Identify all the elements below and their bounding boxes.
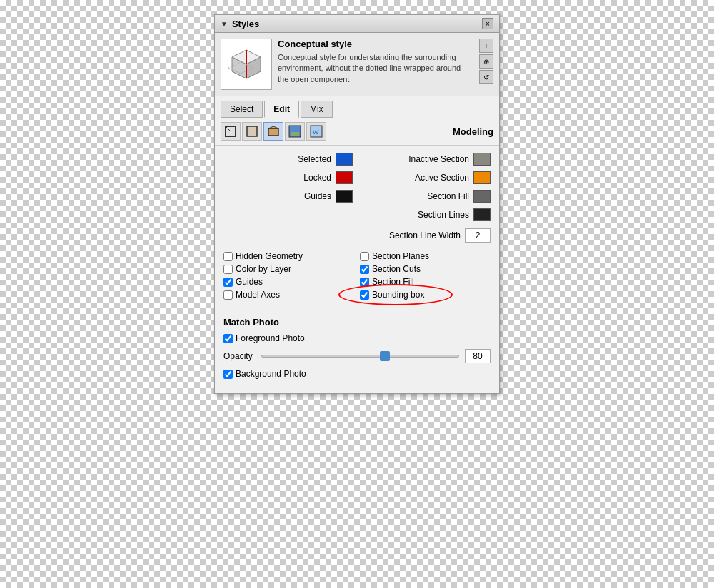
- checkboxes-grid: Hidden Geometry Section Planes Color by …: [223, 251, 491, 300]
- section-line-width-label: Section Line Width: [389, 230, 461, 240]
- toolbar-label: Modeling: [453, 126, 493, 137]
- toolbar-icon-modeling[interactable]: [263, 122, 283, 141]
- panel-title: Styles: [232, 19, 478, 29]
- foreground-photo-item: Foreground Photo: [223, 333, 491, 343]
- guides-checkbox[interactable]: [223, 278, 233, 287]
- close-button[interactable]: ×: [482, 18, 493, 29]
- style-description: Conceptual style for understanding the s…: [278, 52, 473, 85]
- section-fill-checkbox[interactable]: [360, 278, 369, 287]
- style-thumbnail[interactable]: [221, 39, 272, 90]
- tab-select[interactable]: Select: [221, 101, 263, 118]
- toolbar-icon-face[interactable]: [242, 122, 262, 141]
- color-rows-right: Inactive Section Active Section Section …: [361, 153, 491, 221]
- match-photo-section: Match Photo Foreground Photo Opacity 80 …: [215, 317, 499, 393]
- inactive-section-swatch[interactable]: [473, 153, 491, 166]
- foreground-photo-checkbox[interactable]: [223, 334, 233, 343]
- locked-swatch[interactable]: [336, 171, 353, 184]
- inactive-section-row: Inactive Section: [361, 153, 491, 166]
- section-planes-checkbox[interactable]: [360, 252, 369, 261]
- section-lines-label: Section Lines: [418, 210, 469, 220]
- section-cuts-checkbox[interactable]: [360, 265, 369, 274]
- guides-swatch[interactable]: [336, 190, 353, 203]
- section-planes-checkbox-item: Section Planes: [360, 251, 491, 261]
- active-section-row: Active Section: [361, 171, 491, 184]
- section-line-width-input[interactable]: [465, 228, 491, 243]
- opacity-label: Opacity: [223, 351, 256, 361]
- active-section-swatch[interactable]: [473, 171, 491, 184]
- svg-rect-8: [247, 126, 257, 136]
- inactive-section-label: Inactive Section: [408, 154, 469, 164]
- titlebar: ▼ Styles ×: [215, 15, 499, 33]
- color-rows: Selected Locked Guides Inactive Section: [223, 153, 491, 221]
- section-lines-row: Section Lines: [361, 208, 491, 221]
- locked-color-row: Locked: [223, 171, 353, 184]
- style-info: Conceptual style Conceptual style for un…: [278, 39, 473, 85]
- locked-label: Locked: [303, 173, 331, 183]
- color-by-layer-label: Color by Layer: [236, 264, 291, 274]
- model-axes-checkbox-item: Model Axes: [223, 290, 354, 300]
- toolbar-icon-background[interactable]: [285, 122, 305, 141]
- foreground-photo-label: Foreground Photo: [236, 333, 305, 343]
- section-fill-checkbox-label: Section Fill: [372, 277, 414, 287]
- hidden-geometry-checkbox[interactable]: [223, 252, 233, 261]
- toolbar-icons: W Modeling: [215, 118, 499, 146]
- active-section-label: Active Section: [415, 173, 469, 183]
- svg-text:W: W: [313, 128, 319, 136]
- guides-color-row: Guides: [223, 190, 353, 203]
- side-buttons: + ⊕ ↺: [479, 39, 493, 84]
- color-rows-left: Selected Locked Guides: [223, 153, 353, 221]
- collapse-arrow[interactable]: ▼: [221, 20, 228, 28]
- guides-checkbox-item: Guides: [223, 277, 354, 287]
- opacity-slider-thumb[interactable]: [380, 351, 390, 361]
- section-cuts-checkbox-item: Section Cuts: [360, 264, 491, 274]
- opacity-row: Opacity 80: [223, 349, 491, 363]
- background-photo-label: Background Photo: [236, 369, 306, 379]
- section-line-width-row: Section Line Width: [223, 228, 491, 243]
- section-lines-swatch[interactable]: [473, 208, 491, 221]
- settings-button[interactable]: ⊕: [479, 54, 493, 69]
- bounding-box-checkbox-item: Bounding box: [360, 290, 491, 300]
- tab-mix[interactable]: Mix: [301, 101, 333, 118]
- background-photo-checkbox[interactable]: [223, 370, 233, 379]
- section-fill-label: Section Fill: [427, 191, 469, 201]
- hidden-geometry-checkbox-item: Hidden Geometry: [223, 251, 354, 261]
- svg-rect-9: [268, 128, 278, 136]
- section-fill-swatch[interactable]: [473, 190, 491, 203]
- tab-edit[interactable]: Edit: [264, 101, 299, 118]
- style-thumbnail-svg: [225, 43, 268, 86]
- guides-checkbox-label: Guides: [236, 277, 263, 287]
- model-axes-label: Model Axes: [236, 290, 280, 300]
- section-planes-label: Section Planes: [372, 251, 429, 261]
- bounding-box-label: Bounding box: [372, 290, 424, 300]
- hidden-geometry-label: Hidden Geometry: [236, 251, 303, 261]
- opacity-slider-track[interactable]: [261, 355, 459, 358]
- section-cuts-label: Section Cuts: [372, 264, 421, 274]
- selected-swatch[interactable]: [336, 153, 353, 166]
- toolbar-icon-watermark[interactable]: W: [306, 122, 326, 141]
- background-photo-item: Background Photo: [223, 369, 491, 379]
- color-by-layer-checkbox[interactable]: [223, 265, 233, 274]
- section-fill-row: Section Fill: [361, 190, 491, 203]
- modeling-section: Selected Locked Guides Inactive Section: [215, 146, 499, 317]
- selected-label: Selected: [298, 154, 331, 164]
- guides-label: Guides: [304, 191, 331, 201]
- color-by-layer-checkbox-item: Color by Layer: [223, 264, 354, 274]
- model-axes-checkbox[interactable]: [223, 290, 233, 300]
- match-photo-heading: Match Photo: [223, 317, 491, 328]
- opacity-value[interactable]: 80: [465, 349, 491, 363]
- style-name: Conceptual style: [278, 39, 473, 49]
- tabs-row: Select Edit Mix: [215, 96, 499, 118]
- style-preview-area: Conceptual style Conceptual style for un…: [215, 33, 499, 96]
- refresh-button[interactable]: ↺: [479, 70, 493, 84]
- bounding-box-checkbox[interactable]: [360, 290, 369, 300]
- selected-color-row: Selected: [223, 153, 353, 166]
- svg-rect-12: [291, 132, 299, 136]
- styles-panel: ▼ Styles × Conceptual style Conceptual s…: [214, 14, 500, 394]
- section-fill-checkbox-item: Section Fill: [360, 277, 491, 287]
- svg-marker-10: [268, 126, 278, 128]
- add-style-button[interactable]: +: [479, 39, 493, 53]
- toolbar-icon-edge[interactable]: [221, 122, 241, 141]
